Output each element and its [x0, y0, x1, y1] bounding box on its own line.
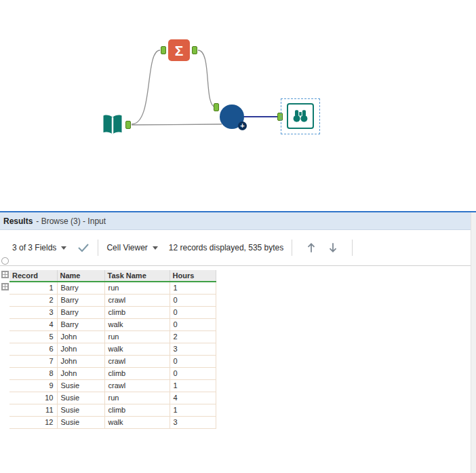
table-cell[interactable]: 1: [170, 282, 216, 294]
chevron-down-icon: [153, 246, 158, 250]
table-row[interactable]: 10Susierun4: [9, 392, 216, 404]
records-count-text: 12 records displayed, 535 bytes: [169, 243, 283, 252]
arrow-up-icon[interactable]: [306, 242, 317, 254]
connection-input-to-union[interactable]: [132, 124, 222, 125]
table-cell[interactable]: 2: [170, 330, 216, 343]
table-row[interactable]: 5Johnrun2: [9, 330, 216, 343]
profile-toggle-icon[interactable]: [1, 257, 9, 265]
table-row[interactable]: 3Barryclimb0: [9, 306, 216, 318]
table-cell[interactable]: run: [104, 282, 170, 294]
column-header-hours[interactable]: Hours: [170, 270, 216, 282]
table-cell[interactable]: 0: [170, 294, 216, 306]
table-cell[interactable]: John: [57, 355, 104, 367]
cell-viewer-label: Cell Viewer: [106, 243, 147, 252]
table-cell[interactable]: 12: [9, 416, 57, 428]
plus-badge-icon[interactable]: +: [238, 121, 247, 130]
metadata-view-icon[interactable]: [1, 283, 9, 290]
table-cell[interactable]: 10: [9, 392, 57, 404]
table-cell[interactable]: 2: [9, 294, 57, 306]
table-cell[interactable]: 8: [9, 367, 57, 379]
union-tool[interactable]: +: [220, 105, 244, 129]
summarize-input-anchor[interactable]: [161, 46, 166, 54]
table-cell[interactable]: 1: [170, 379, 216, 392]
vertical-scrollbar[interactable]: [471, 212, 476, 473]
table-row[interactable]: 8Johnclimb0: [9, 367, 216, 379]
table-cell[interactable]: 3: [170, 343, 216, 355]
table-cell[interactable]: Barry: [57, 282, 104, 294]
check-icon[interactable]: [77, 243, 90, 252]
table-cell[interactable]: 4: [9, 318, 57, 330]
table-cell[interactable]: run: [104, 330, 170, 343]
table-row[interactable]: 11Susieclimb1: [9, 404, 216, 416]
column-header-record[interactable]: Record: [9, 270, 57, 282]
workflow-canvas[interactable]: Σ +: [0, 0, 476, 211]
table-cell[interactable]: walk: [104, 318, 170, 330]
table-cell[interactable]: Barry: [57, 306, 104, 318]
results-header: Results - Browse (3) - Input: [0, 212, 476, 230]
cell-viewer-dropdown[interactable]: Cell Viewer: [106, 243, 157, 252]
table-cell[interactable]: Susie: [57, 392, 104, 404]
toolbar-separator: [292, 240, 292, 256]
table-cell[interactable]: 0: [170, 318, 216, 330]
table-cell[interactable]: climb: [104, 306, 170, 318]
table-cell[interactable]: crawl: [104, 379, 170, 392]
table-cell[interactable]: 1: [170, 404, 216, 416]
table-cell[interactable]: 5: [9, 330, 57, 343]
table-view-icon[interactable]: [1, 271, 9, 278]
connection-summarize-to-union[interactable]: [198, 50, 216, 107]
table-cell[interactable]: 3: [170, 416, 216, 428]
chevron-down-icon: [61, 246, 66, 250]
table-cell[interactable]: climb: [104, 404, 170, 416]
table-cell[interactable]: 7: [9, 355, 57, 367]
sigma-icon: Σ: [175, 43, 184, 58]
toolbar-separator: [98, 240, 98, 256]
browse-tool[interactable]: [287, 103, 314, 129]
table-cell[interactable]: 9: [9, 379, 57, 392]
table-cell[interactable]: climb: [104, 367, 170, 379]
table-row[interactable]: 1Barryrun1: [9, 282, 216, 294]
table-cell[interactable]: walk: [104, 416, 170, 428]
table-cell[interactable]: crawl: [104, 294, 170, 306]
arrow-down-icon[interactable]: [328, 242, 338, 254]
table-cell[interactable]: crawl: [104, 355, 170, 367]
results-subtitle: - Browse (3) - Input: [36, 216, 106, 226]
table-cell[interactable]: Susie: [57, 416, 104, 428]
column-header-task-name[interactable]: Task Name: [104, 270, 170, 282]
table-cell[interactable]: 0: [170, 355, 216, 367]
table-cell[interactable]: 3: [9, 306, 57, 318]
table-cell[interactable]: John: [57, 343, 104, 355]
table-cell[interactable]: 11: [9, 404, 57, 416]
table-cell[interactable]: 1: [9, 282, 57, 294]
results-grid: RecordNameTask NameHours 1Barryrun12Barr…: [9, 270, 216, 429]
table-cell[interactable]: John: [57, 367, 104, 379]
table-row[interactable]: 9Susiecrawl1: [9, 379, 216, 392]
alteryx-window: Σ + Results: [0, 0, 476, 473]
table-row[interactable]: 7Johncrawl0: [9, 355, 216, 367]
table-row[interactable]: 12Susiewalk3: [9, 416, 216, 428]
table-row[interactable]: 2Barrycrawl0: [9, 294, 216, 306]
table-cell[interactable]: Barry: [57, 294, 104, 306]
results-toolbar: 3 of 3 Fields Cell Viewer 12 records dis…: [0, 230, 476, 266]
table-row[interactable]: 4Barrywalk0: [9, 318, 216, 330]
table-cell[interactable]: 0: [170, 367, 216, 379]
table-cell[interactable]: walk: [104, 343, 170, 355]
input-output-anchor[interactable]: [125, 121, 131, 129]
union-input-anchor[interactable]: [214, 103, 219, 111]
table-cell[interactable]: run: [104, 392, 170, 404]
table-cell[interactable]: 6: [9, 343, 57, 355]
summarize-output-anchor[interactable]: [192, 46, 197, 54]
table-cell[interactable]: Susie: [57, 404, 104, 416]
browse-tool-selection[interactable]: [281, 98, 320, 134]
table-cell[interactable]: Barry: [57, 318, 104, 330]
table-cell[interactable]: 0: [170, 306, 216, 318]
table-cell[interactable]: Susie: [57, 379, 104, 392]
table-cell[interactable]: John: [57, 330, 104, 343]
summarize-tool[interactable]: Σ: [168, 39, 190, 61]
column-header-name[interactable]: Name: [57, 270, 104, 282]
connection-input-to-summarize[interactable]: [132, 50, 160, 124]
fields-dropdown[interactable]: 3 of 3 Fields: [12, 243, 66, 252]
table-row[interactable]: 6Johnwalk3: [9, 343, 216, 355]
table-cell[interactable]: 4: [170, 392, 216, 404]
binoculars-icon: [292, 108, 309, 124]
input-data-tool[interactable]: [100, 113, 125, 137]
